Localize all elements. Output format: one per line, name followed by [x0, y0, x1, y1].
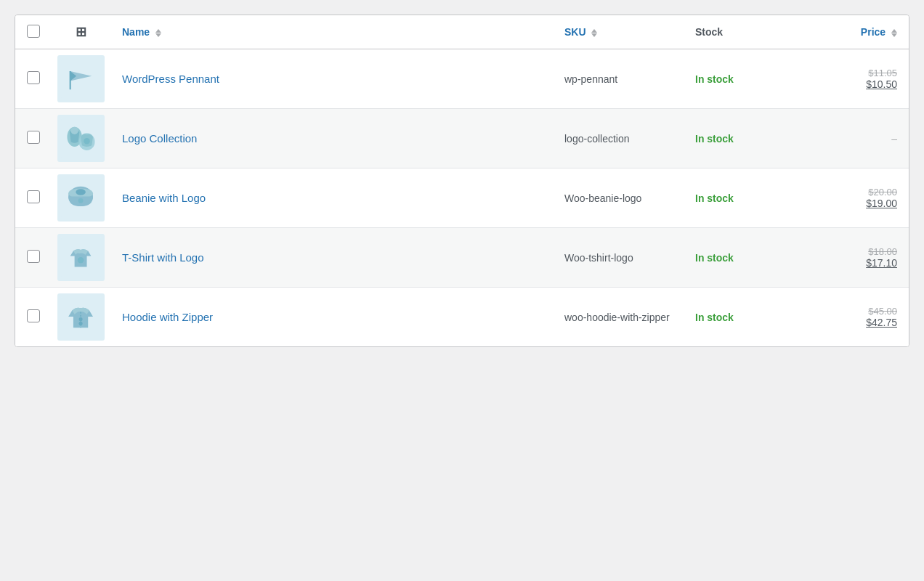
product-stock-cell: In stock: [684, 109, 793, 168]
price-sort-icon[interactable]: [891, 29, 897, 37]
header-checkbox-cell: [15, 15, 52, 49]
product-stock-cell: In stock: [684, 168, 793, 228]
sku-sort-icon[interactable]: [591, 29, 597, 37]
sku-column-label: SKU: [564, 26, 586, 38]
row-checkbox[interactable]: [27, 71, 40, 84]
price-sale: $17.10: [804, 257, 897, 269]
product-sku-cell: logo-collection: [553, 109, 684, 168]
product-price-cell: $11.05$10.50: [793, 49, 909, 109]
svg-point-8: [84, 138, 89, 144]
price-original: $45.00: [804, 306, 897, 317]
product-image-cell: [52, 168, 110, 228]
select-all-checkbox[interactable]: [27, 25, 40, 38]
product-price-cell: $20.00$19.00: [793, 168, 909, 228]
product-stock-cell: In stock: [684, 288, 793, 347]
product-sku-cell: Woo-beanie-logo: [553, 168, 684, 228]
stock-column-label: Stock: [695, 26, 723, 38]
row-checkbox[interactable]: [27, 190, 40, 203]
price-dash: –: [891, 133, 897, 145]
header-sku[interactable]: SKU: [553, 15, 684, 49]
product-image-cell: [52, 109, 110, 168]
stock-status: In stock: [695, 252, 734, 264]
product-price-cell: $45.00$42.75: [793, 288, 909, 347]
table-row: T-Shirt with LogoWoo-tshirt-logoIn stock…: [15, 228, 909, 288]
product-name-cell: T-Shirt with Logo: [110, 228, 553, 288]
product-name-cell: Beanie with Logo: [110, 168, 553, 228]
table-row: Hoodie with Zipperwoo-hoodie-with-zipper…: [15, 288, 909, 347]
product-sku-cell: woo-hoodie-with-zipper: [553, 288, 684, 347]
price-original: $11.05: [804, 68, 897, 78]
product-image: [57, 293, 105, 341]
stock-status: In stock: [695, 312, 734, 323]
row-checkbox[interactable]: [27, 250, 40, 263]
svg-point-12: [76, 189, 86, 195]
row-checkbox-cell: [15, 109, 52, 168]
header-image-cell: ⊞: [52, 15, 110, 49]
table-row: WordPress Pennantwp-pennantIn stock$11.0…: [15, 49, 909, 109]
product-name-link[interactable]: WordPress Pennant: [122, 73, 219, 85]
product-image: [57, 234, 105, 281]
price-sale: $19.00: [804, 198, 897, 209]
svg-point-15: [78, 257, 84, 263]
svg-point-6: [71, 127, 78, 134]
product-image-cell: [52, 49, 110, 109]
stock-status: In stock: [695, 73, 734, 85]
product-name-cell: WordPress Pennant: [110, 49, 553, 109]
name-sort-icon[interactable]: [155, 29, 161, 37]
price-column-label: Price: [861, 26, 885, 38]
product-name-cell: Hoodie with Zipper: [110, 288, 553, 347]
row-checkbox[interactable]: [27, 309, 40, 322]
price-sale: $10.50: [804, 78, 897, 90]
product-name-link[interactable]: Logo Collection: [122, 132, 197, 145]
svg-point-18: [79, 317, 83, 321]
product-price-cell: $18.00$17.10: [793, 228, 909, 288]
price-sale: $42.75: [804, 317, 897, 328]
price-original: $18.00: [804, 246, 897, 257]
row-checkbox-cell: [15, 288, 52, 347]
svg-rect-0: [61, 59, 101, 99]
svg-point-13: [78, 198, 84, 203]
product-image: [57, 115, 105, 162]
stock-status: In stock: [695, 192, 734, 204]
header-stock: Stock: [684, 15, 793, 49]
header-name[interactable]: Name: [110, 15, 553, 49]
price-original: $20.00: [804, 187, 897, 198]
row-checkbox[interactable]: [27, 131, 40, 144]
product-name-link[interactable]: Hoodie with Zipper: [122, 311, 213, 323]
product-image: [57, 174, 105, 222]
product-name-link[interactable]: Beanie with Logo: [122, 192, 206, 204]
product-stock-cell: In stock: [684, 49, 793, 109]
product-name-cell: Logo Collection: [110, 109, 553, 168]
header-price[interactable]: Price: [793, 15, 909, 49]
product-sku-cell: Woo-tshirt-logo: [553, 228, 684, 288]
svg-point-19: [79, 322, 83, 325]
product-image-cell: [52, 288, 110, 347]
row-checkbox-cell: [15, 168, 52, 228]
product-image-cell: [52, 228, 110, 288]
product-image: [57, 55, 105, 102]
products-table: ⊞ Name SKU Stock: [15, 15, 909, 347]
name-column-label: Name: [122, 26, 150, 38]
stock-status: In stock: [695, 133, 734, 145]
row-checkbox-cell: [15, 49, 52, 109]
product-sku-cell: wp-pennant: [553, 49, 684, 109]
product-price-cell: –: [793, 109, 909, 168]
product-stock-cell: In stock: [684, 228, 793, 288]
row-checkbox-cell: [15, 228, 52, 288]
table-row: Logo Collectionlogo-collectionIn stock–: [15, 109, 909, 168]
product-name-link[interactable]: T-Shirt with Logo: [122, 251, 204, 264]
image-icon: ⊞: [76, 25, 86, 39]
table-header-row: ⊞ Name SKU Stock: [15, 15, 909, 49]
table-row: Beanie with LogoWoo-beanie-logoIn stock$…: [15, 168, 909, 228]
